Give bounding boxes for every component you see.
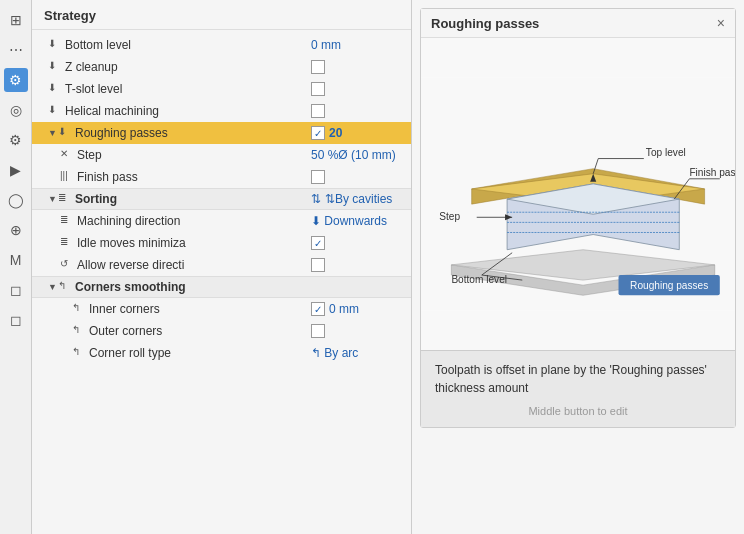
popup-footer: Toolpath is offset in plane by the 'Roug… [421,350,735,427]
outer-corners-checkbox[interactable] [311,324,325,338]
sorting-label: Sorting [75,192,311,206]
sidebar-icon-dots[interactable]: ⋯ [4,38,28,62]
finish-pass-checkbox[interactable] [311,170,325,184]
allow-reverse-label: Allow reverse directi [77,258,311,272]
idle-moves-icon: ≣ [60,236,74,250]
helical-label: Helical machining [65,104,311,118]
tree-item-machining-dir[interactable]: ≣ Machining direction ⬇ Downwards [32,210,411,232]
svg-text:Finish pass: Finish pass [689,167,735,178]
sidebar-icon-tool[interactable]: ⚙ [4,68,28,92]
tree-container: ⬇ Bottom level 0 mm ⬇ Z cleanup ⬇ T-slot… [32,30,411,534]
tree-item-idle-moves[interactable]: ≣ Idle moves minimiza [32,232,411,254]
finish-pass-value [311,170,411,184]
corner-roll-label: Corner roll type [89,346,311,360]
diagram-svg: Roughing passes Top level Finish pass St… [421,38,735,350]
corners-icon: ↰ [58,280,72,294]
sidebar-icon-circle[interactable]: ◯ [4,188,28,212]
svg-text:Step: Step [439,211,460,222]
bottom-level-icon: ⬇ [48,38,62,52]
sidebar-icon-grid[interactable]: ⊞ [4,8,28,32]
tree-item-inner-corners[interactable]: ↰ Inner corners 0 mm [32,298,411,320]
t-slot-checkbox[interactable] [311,82,325,96]
svg-text:Roughing passes: Roughing passes [630,280,708,291]
popup-description: Toolpath is offset in plane by the 'Roug… [435,361,721,397]
z-cleanup-checkbox[interactable] [311,60,325,74]
sorting-icon: ≣ [58,192,72,206]
sorting-value: ⇅ ⇅By cavities [311,192,411,206]
tree-item-allow-reverse[interactable]: ↺ Allow reverse directi [32,254,411,276]
sidebar-icon-plus[interactable]: ⊕ [4,218,28,242]
z-cleanup-icon: ⬇ [48,60,62,74]
inner-corners-value: 0 mm [311,302,411,316]
corners-label: Corners smoothing [75,280,311,294]
tree-item-t-slot[interactable]: ⬇ T-slot level [32,78,411,100]
sidebar-icon-config[interactable]: ⚙ [4,128,28,152]
inner-corners-label: Inner corners [89,302,311,316]
roughing-label: Roughing passes [75,126,311,140]
step-label: Step [77,148,311,162]
idle-moves-checkbox[interactable] [311,236,325,250]
roughing-value: 20 [311,126,411,140]
tree-item-roughing[interactable]: ▼ ⬇ Roughing passes 20 [32,122,411,144]
inner-corners-checkbox[interactable] [311,302,325,316]
allow-reverse-icon: ↺ [60,258,74,272]
roughing-expand: ▼ [48,128,58,138]
sorting-expand: ▼ [48,194,58,204]
t-slot-icon: ⬇ [48,82,62,96]
helical-icon: ⬇ [48,104,62,118]
tree-item-helical[interactable]: ⬇ Helical machining [32,100,411,122]
sidebar-icon-m[interactable]: M [4,248,28,272]
popup-header: Roughing passes × [421,9,735,38]
panel-title: Strategy [32,0,411,30]
tree-item-bottom-level[interactable]: ⬇ Bottom level 0 mm [32,34,411,56]
corner-roll-icon: ↰ [72,346,86,360]
helical-value [311,104,411,118]
roughing-passes-popup: Roughing passes × [420,8,736,428]
z-cleanup-value [311,60,411,74]
inner-corners-icon: ↰ [72,302,86,316]
allow-reverse-value [311,258,411,272]
machining-dir-label: Machining direction [77,214,311,228]
close-button[interactable]: × [717,15,725,31]
outer-corners-icon: ↰ [72,324,86,338]
machining-dir-icon: ≣ [60,214,74,228]
allow-reverse-checkbox[interactable] [311,258,325,272]
z-cleanup-label: Z cleanup [65,60,311,74]
popup-title: Roughing passes [431,16,539,31]
tree-item-sorting[interactable]: ▼ ≣ Sorting ⇅ ⇅By cavities [32,188,411,210]
sidebar-icon-settings[interactable]: ◎ [4,98,28,122]
finish-pass-icon: ||| [60,170,74,184]
outer-corners-label: Outer corners [89,324,311,338]
sidebar-icon-box2[interactable]: ◻ [4,308,28,332]
tree-item-outer-corners[interactable]: ↰ Outer corners [32,320,411,342]
sidebar-icons-panel: ⊞ ⋯ ⚙ ◎ ⚙ ▶ ◯ ⊕ M ◻ ◻ [0,0,32,534]
svg-text:Top level: Top level [646,147,686,158]
roughing-icon: ⬇ [58,126,72,140]
step-value: 50 %Ø (10 mm) [311,148,411,162]
corners-expand: ▼ [48,282,58,292]
popup-panel: Roughing passes × [412,0,744,534]
roughing-checkbox[interactable] [311,126,325,140]
svg-text:Bottom level: Bottom level [451,274,507,285]
idle-moves-label: Idle moves minimiza [77,236,311,250]
t-slot-value [311,82,411,96]
sidebar-icon-box1[interactable]: ◻ [4,278,28,302]
tree-item-corners-header[interactable]: ▼ ↰ Corners smoothing [32,276,411,298]
sidebar-icon-play[interactable]: ▶ [4,158,28,182]
finish-pass-label: Finish pass [77,170,311,184]
tree-item-corner-roll[interactable]: ↰ Corner roll type ↰ By arc [32,342,411,364]
popup-diagram: Roughing passes Top level Finish pass St… [421,38,735,350]
corner-roll-value: ↰ By arc [311,346,411,360]
idle-moves-value [311,236,411,250]
tree-item-z-cleanup[interactable]: ⬇ Z cleanup [32,56,411,78]
bottom-level-value: 0 mm [311,38,411,52]
roughing-number: 20 [329,126,342,140]
strategy-panel: Strategy ⬇ Bottom level 0 mm ⬇ Z cleanup… [32,0,412,534]
step-icon: ✕ [60,148,74,162]
outer-corners-value [311,324,411,338]
helical-checkbox[interactable] [311,104,325,118]
tree-item-finish-pass[interactable]: ||| Finish pass [32,166,411,188]
popup-hint: Middle button to edit [435,405,721,417]
tree-item-step[interactable]: ✕ Step 50 %Ø (10 mm) [32,144,411,166]
t-slot-label: T-slot level [65,82,311,96]
